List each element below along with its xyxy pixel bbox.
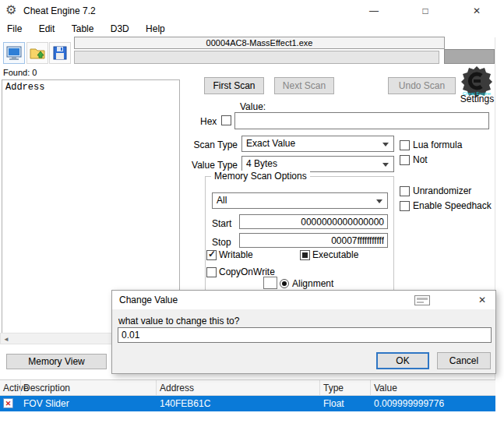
scroll-left-icon[interactable]: ◄ [1, 334, 12, 344]
open-folder-icon [29, 44, 46, 62]
undo-scan-button[interactable]: Undo Scan [388, 77, 456, 94]
copyonwrite-checkbox[interactable] [206, 267, 217, 277]
value-type-label: Value Type [179, 160, 238, 171]
lua-formula-label: Lua formula [413, 139, 462, 150]
found-count-label: Found: 0 [3, 68, 37, 77]
unrandomizer-label: Unrandomizer [413, 185, 471, 196]
titlebar: ⚙ Cheat Engine 7.2 — □ ✕ [0, 0, 495, 22]
cancel-button[interactable]: Cancel [437, 352, 491, 369]
attached-process-name: 00004AC8-MassEffect1.exe [74, 37, 445, 49]
alignment-label: Alignment [292, 278, 333, 289]
menu-table[interactable]: Table [65, 22, 101, 36]
copyonwrite-label: CopyOnWrite [219, 266, 275, 277]
column-divider [370, 380, 371, 396]
value-type-dropdown[interactable]: 4 Bytes [241, 156, 394, 172]
open-table-button[interactable] [26, 42, 48, 64]
computer-icon [5, 44, 23, 62]
row-value: 0.009999999776 [374, 396, 444, 411]
scan-value-input[interactable] [234, 112, 489, 129]
unrandomizer-checkbox[interactable] [400, 186, 410, 196]
header-value[interactable]: Value [374, 380, 397, 396]
cheat-table: Active Description Address Type Value ✕ … [0, 379, 495, 434]
table-row[interactable]: ✕ FOV Slider 140FEB61C Float 0.009999999… [0, 396, 495, 411]
close-button[interactable]: ✕ [465, 2, 488, 20]
dialog-titlebar: Change Value ✕ [112, 291, 495, 309]
scan-type-label: Scan Type [179, 139, 238, 150]
select-process-button[interactable] [3, 42, 25, 64]
dialog-close-button[interactable]: ✕ [474, 293, 491, 307]
minimize-button[interactable]: — [362, 2, 386, 20]
row-active-checkbox[interactable]: ✕ [3, 398, 13, 408]
save-table-button[interactable] [49, 42, 71, 64]
menu-d3d[interactable]: D3D [104, 22, 136, 36]
header-type[interactable]: Type [323, 380, 344, 396]
change-value-input[interactable] [118, 327, 492, 343]
chevron-down-icon [382, 163, 389, 167]
start-label: Start [212, 218, 231, 229]
alignment-radio[interactable] [280, 279, 289, 288]
scan-type-value: Exact Value [246, 138, 295, 149]
lua-formula-checkbox[interactable] [400, 140, 410, 150]
column-divider [156, 380, 157, 396]
memory-scan-options-legend: Memory Scan Options [211, 171, 310, 182]
row-type: Float [323, 396, 344, 411]
menu-edit[interactable]: Edit [32, 22, 62, 36]
scan-progress-bar [74, 51, 439, 64]
virtual-keyboard-icon[interactable] [414, 295, 430, 308]
window-title: Cheat Engine 7.2 [23, 5, 96, 16]
value-label: Value: [240, 101, 266, 112]
enable-speedhack-checkbox[interactable] [400, 201, 410, 211]
header-address[interactable]: Address [160, 380, 194, 396]
not-checkbox[interactable] [400, 155, 410, 165]
start-address-input[interactable] [239, 214, 388, 229]
address-column-header: Address [2, 80, 179, 94]
writable-checkbox[interactable] [206, 250, 217, 260]
maximize-button[interactable]: □ [414, 2, 437, 20]
app-gear-icon: ⚙ [5, 2, 16, 17]
memory-region-dropdown[interactable]: All [212, 192, 388, 209]
stop-address-input[interactable] [239, 233, 388, 248]
executable-checkbox[interactable] [300, 250, 310, 260]
memory-region-value: All [217, 195, 227, 206]
cheat-table-header: Active Description Address Type Value [0, 380, 495, 396]
floppy-disk-icon [51, 44, 69, 62]
value-type-value: 4 Bytes [246, 158, 277, 169]
menubar: File Edit Table D3D Help [0, 22, 495, 37]
next-scan-button[interactable]: Next Scan [274, 77, 334, 94]
cheat-engine-logo[interactable]: Cheat Engine [458, 65, 495, 97]
cheat-engine-gear-icon: Cheat Engine [458, 65, 495, 97]
not-label: Not [413, 154, 428, 165]
row-description: FOV Slider [23, 396, 69, 411]
memory-view-button[interactable]: Memory View [6, 354, 107, 369]
stop-label: Stop [212, 237, 231, 248]
hex-checkbox[interactable] [221, 115, 231, 125]
ok-button[interactable]: OK [376, 352, 429, 369]
first-scan-button[interactable]: First Scan [204, 77, 264, 94]
change-value-dialog: Change Value ✕ what value to change this… [111, 290, 496, 374]
settings-link[interactable]: Settings [459, 94, 495, 104]
hex-label: Hex [200, 116, 217, 127]
header-description[interactable]: Description [23, 380, 70, 396]
menu-file[interactable]: File [0, 22, 29, 36]
chevron-down-icon [382, 143, 389, 146]
alignment-value-input[interactable] [263, 277, 277, 289]
chevron-down-icon [376, 199, 382, 203]
scan-type-dropdown[interactable]: Exact Value [241, 136, 394, 152]
column-divider [20, 380, 21, 396]
dialog-prompt: what value to change this to? [118, 316, 239, 326]
toolbar-gray-panel [444, 49, 495, 64]
dialog-title: Change Value [119, 295, 178, 305]
executable-label: Executable [312, 249, 358, 260]
column-divider [319, 380, 320, 396]
menu-help[interactable]: Help [139, 22, 172, 36]
enable-speedhack-label: Enable Speedhack [413, 200, 492, 211]
writable-label: Writable [219, 249, 253, 260]
row-address: 140FEB61C [160, 396, 210, 411]
